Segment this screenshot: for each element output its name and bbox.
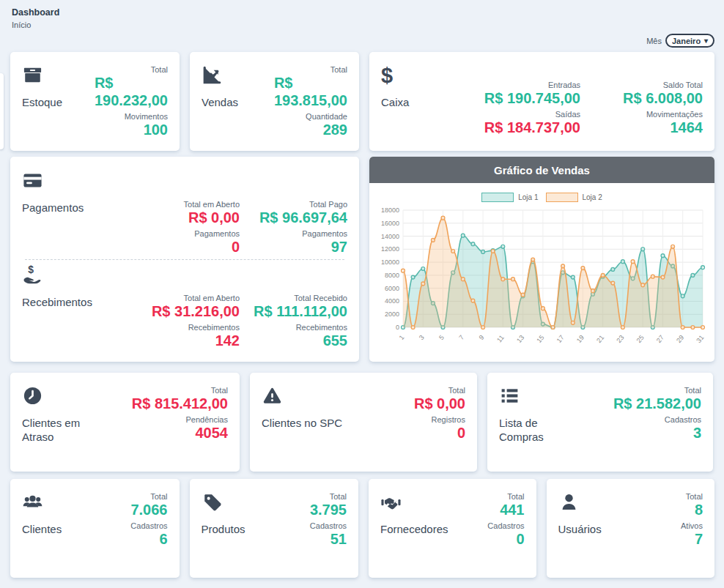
svg-text:21: 21: [595, 334, 605, 344]
svg-text:10000: 10000: [381, 258, 399, 266]
credit-card-icon: [22, 170, 132, 192]
card-title: Lista de Compras: [499, 417, 569, 444]
metric-value: R$ 111.112,00: [254, 302, 347, 320]
sales-area-chart: 0200040006000800010000120001400016000180…: [375, 204, 709, 358]
metric-label: Total Recebido: [294, 294, 347, 302]
svg-text:4000: 4000: [385, 297, 399, 305]
month-select-control[interactable]: Janeiro: [672, 37, 709, 45]
metric-label: Registros: [432, 415, 465, 424]
metric-label: Cadastros: [310, 521, 347, 530]
metric-label: Total Pago: [309, 200, 347, 209]
svg-text:$: $: [28, 264, 34, 275]
card-sales-chart: Gráfico de Vendas Loja 1 Loja 2 02000400…: [369, 157, 714, 362]
card-title: Vendas: [202, 96, 274, 110]
legend-item-loja2[interactable]: Loja 2: [546, 193, 602, 202]
users-icon: [22, 491, 95, 513]
metric-value: 0: [457, 424, 465, 442]
month-filter-label: Mês: [646, 37, 662, 45]
metric-value: 0: [232, 238, 240, 256]
card-title: Clientes no SPC: [262, 417, 364, 431]
month-select[interactable]: Janeiro ▾: [665, 34, 714, 48]
legend-item-loja1[interactable]: Loja 1: [481, 193, 538, 202]
metric-label: Saldo Total: [663, 81, 703, 89]
svg-text:23: 23: [615, 334, 625, 344]
card-title: Clientes: [22, 523, 95, 537]
metric-value: R$ 0,00: [188, 209, 240, 226]
card-title: Usuários: [558, 523, 632, 537]
card-title: Caixa: [381, 96, 458, 110]
card-clientes: Clientes Total 7.066 Cadastros 6: [10, 479, 180, 578]
svg-text:9: 9: [478, 334, 486, 341]
metric-label: Total: [507, 492, 524, 501]
dollar-icon: $: [381, 64, 458, 86]
svg-text:7: 7: [457, 334, 465, 341]
svg-text:3: 3: [418, 334, 426, 341]
metric-value: 142: [215, 332, 240, 349]
summary-row-4: Clientes Total 7.066 Cadastros 6 Produto…: [10, 479, 714, 578]
metric-label: Total: [330, 65, 347, 74]
section-recebimentos: $ Recebimentos Total em Aberto R$ 31.216…: [22, 261, 347, 352]
metric-label: Recebimentos: [296, 323, 347, 332]
summary-row-1: Estoque Total R$ 190.232,00 Movimentos 1…: [10, 52, 714, 151]
card-pagamentos-recebimentos: Pagamentos Total em Aberto R$ 0,00 Pagam…: [10, 157, 359, 362]
metric-value: 7.066: [130, 501, 167, 518]
svg-text:1: 1: [398, 334, 406, 341]
svg-text:16000: 16000: [381, 220, 399, 227]
metric-label: Cadastros: [130, 521, 167, 530]
metric-value: R$ 193.815,00: [274, 74, 347, 109]
svg-text:8000: 8000: [385, 272, 399, 279]
metric-label: Total: [330, 492, 347, 501]
metric-value: 7: [695, 530, 703, 548]
svg-text:27: 27: [655, 334, 665, 344]
svg-text:14000: 14000: [381, 233, 399, 240]
page-title: Dashboard: [12, 7, 724, 18]
metric-value: 4054: [196, 424, 229, 442]
list-icon: [499, 385, 569, 407]
card-estoque: Estoque Total R$ 190.232,00 Movimentos 1…: [10, 52, 180, 151]
card-caixa: $ Caixa Entradas R$ 190.745,00 Saídas R$…: [369, 52, 714, 151]
metric-value: R$ 21.582,00: [613, 395, 701, 412]
chart-title: Gráfico de Vendas: [369, 157, 714, 183]
metric-label: Pagamentos: [302, 229, 347, 238]
metric-label: Total: [448, 386, 465, 395]
metric-value: R$ 31.216,00: [152, 302, 240, 320]
breadcrumb[interactable]: Início: [12, 21, 724, 29]
svg-text:6000: 6000: [385, 285, 399, 292]
card-clientes-no-spc: Clientes no SPC Total R$ 0,00 Registros …: [250, 373, 477, 472]
card-vendas: Vendas Total R$ 193.815,00 Quantidade 28…: [190, 52, 359, 151]
chart-line-icon: [202, 64, 274, 86]
svg-text:11: 11: [495, 334, 506, 344]
legend-label: Loja 1: [518, 193, 538, 201]
metric-label: Total em Aberto: [184, 200, 240, 209]
section-divider: [25, 259, 344, 260]
handshake-icon: [380, 491, 461, 513]
user-icon: [558, 491, 632, 513]
card-title: Pagamentos: [22, 201, 132, 215]
metric-label: Total: [684, 386, 701, 395]
metric-value: 3.795: [310, 501, 347, 518]
svg-text:29: 29: [675, 334, 685, 344]
metric-value: 97: [331, 238, 347, 256]
svg-text:2000: 2000: [385, 310, 399, 318]
metric-value: 6: [159, 530, 167, 548]
card-title: Clientes em Atraso: [22, 417, 104, 444]
metric-label: Ativos: [681, 521, 703, 530]
hand-dollar-icon: $: [22, 264, 132, 286]
summary-row-2: Pagamentos Total em Aberto R$ 0,00 Pagam…: [10, 157, 714, 362]
metric-label: Pagamentos: [194, 229, 240, 238]
metric-value: R$ 184.737,00: [484, 119, 580, 136]
metric-value: R$ 6.008,00: [623, 89, 703, 107]
metric-value: R$ 815.412,00: [132, 395, 228, 412]
metric-label: Recebimentos: [188, 323, 240, 332]
warning-icon: [262, 385, 364, 407]
chevron-down-icon: ▾: [704, 37, 708, 45]
metric-value: R$ 0,00: [414, 395, 465, 412]
left-edge-panel-sliver: [0, 73, 4, 149]
metric-label: Movimentos: [125, 112, 168, 121]
metric-label: Total: [686, 492, 703, 501]
svg-text:12000: 12000: [381, 245, 399, 253]
metric-label: Saídas: [555, 110, 580, 119]
summary-row-3: Clientes em Atraso Total R$ 815.412,00 P…: [10, 373, 714, 472]
chart-legend: Loja 1 Loja 2: [369, 193, 714, 202]
card-title: Produtos: [202, 523, 275, 537]
